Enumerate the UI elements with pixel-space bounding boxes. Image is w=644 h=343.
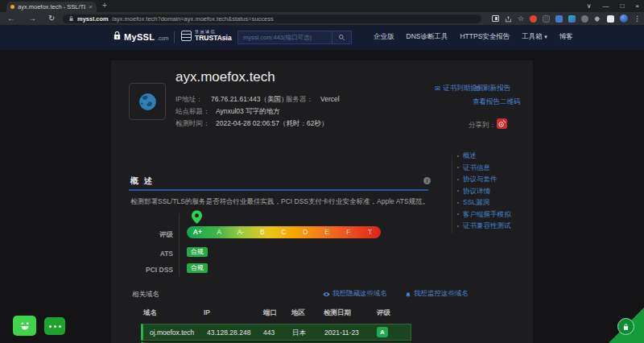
profile-icon[interactable]: [607, 15, 614, 23]
ats-status-badge: 合规: [187, 247, 208, 257]
info-icon[interactable]: i: [423, 177, 431, 184]
grade-f: F: [337, 226, 359, 238]
seal-lock-icon: [622, 323, 630, 331]
overview-section-title: 概 述: [130, 176, 154, 187]
toc-item-ssl-vulns[interactable]: SSL漏洞: [457, 199, 511, 206]
toc-item-cert-compat[interactable]: 证书兼容性测试: [457, 222, 511, 229]
search-button[interactable]: [332, 31, 351, 43]
extension-red-icon[interactable]: [530, 15, 537, 23]
ats-label: ATS: [135, 250, 173, 258]
new-tab-button[interactable]: +: [102, 1, 107, 10]
globe-icon: [138, 92, 158, 112]
col-domain: 域名: [143, 308, 157, 318]
share-icon[interactable]: [505, 15, 512, 23]
toc-item-handshake-sim[interactable]: 客户端握手模拟: [457, 211, 511, 218]
window-controls: ∨ — □ ×: [587, 0, 639, 12]
nav-item-dns-tools[interactable]: DNS诊断工具: [407, 32, 448, 42]
section-underline: [129, 189, 428, 191]
chat-more-button[interactable]: [44, 317, 65, 335]
extensions-puzzle-icon[interactable]: [594, 15, 601, 23]
row-grade-badge: A: [377, 327, 388, 337]
browser-toolbar: ← → ↻ myssl.com /ayx.moefox.tech?domain=…: [0, 12, 644, 25]
nav-item-https-report[interactable]: HTTPS安全报告: [460, 32, 510, 42]
myssl-logo[interactable]: MySSL .com: [113, 31, 168, 42]
page-title: ayx.moefox.tech: [175, 69, 275, 85]
tab-close-icon[interactable]: ×: [89, 2, 93, 12]
scan-time-value: 2022-04-28 02:06:57（耗时：62秒）: [216, 119, 328, 129]
related-domains-title: 相关域名: [132, 290, 159, 300]
browser-menu-icon[interactable]: ⋮: [634, 12, 641, 25]
ip-label: IP地址：: [175, 95, 203, 105]
lock-icon: [68, 15, 74, 22]
toolbar-icons: ☆ ⋮: [492, 12, 641, 25]
extension-blue-icon[interactable]: [555, 15, 563, 23]
domain-search-box: [237, 31, 352, 44]
extension-grey-icon[interactable]: [581, 15, 588, 23]
pci-dss-label: PCI DSS: [135, 266, 173, 274]
hide-domains-link[interactable]: 我想隐藏这些域名: [323, 289, 387, 299]
nav-item-toolbox[interactable]: 工具箱 ▾: [522, 32, 547, 42]
rating-label: 评级: [135, 230, 173, 240]
myssl-lock-icon: [113, 31, 122, 40]
site-header: MySSL .com 亚洲诚信 TRUSTAsia 企业版 DNS诊断工具: [0, 25, 644, 50]
brand-name: MySSL: [124, 32, 155, 42]
toc-item-overview[interactable]: 概述: [457, 152, 511, 159]
tab-title: ayx.moefox.tech - SSL/TLS安全: [18, 3, 85, 11]
grade-b: B: [251, 226, 273, 238]
toc-item-protocols-suites[interactable]: 协议与套件: [457, 176, 511, 183]
refresh-icon: ↻: [475, 85, 481, 93]
address-bar[interactable]: myssl.com /ayx.moefox.tech?domain=ayx.mo…: [63, 14, 481, 23]
refresh-report-link[interactable]: ↻ 刷新报告: [475, 84, 510, 93]
nav-item-enterprise[interactable]: 企业版: [374, 32, 394, 42]
chevron-down-icon: ▾: [544, 34, 547, 39]
grade-marker-pin-icon: [192, 210, 202, 224]
pci-status-badge: 合规: [187, 263, 208, 273]
window-menu-icon[interactable]: ∨: [587, 0, 592, 12]
window-maximize-icon[interactable]: □: [620, 0, 624, 12]
page-body: MySSL .com 亚洲诚信 TRUSTAsia 企业版 DNS诊断工具: [0, 25, 644, 343]
page-toc: 概述 证书信息 协议与套件 协议详情 SSL漏洞 客户端握手模拟 证书兼容性测试: [457, 152, 511, 229]
eye-icon: [323, 291, 330, 298]
chat-smiley-button[interactable]: [13, 316, 36, 336]
overview-description: 检测部署SSL/TLS的服务是否符合行业最佳实践，PCI DSS支付卡行业安全标…: [130, 197, 435, 207]
row-date: 2021-11-23: [324, 329, 359, 337]
report-card: ayx.moefox.tech IP地址： 76.76.21.61:443（美国…: [111, 60, 533, 343]
window-close-icon[interactable]: ×: [635, 0, 639, 12]
grade-a-minus: A-: [230, 226, 252, 238]
reload-icon[interactable]: ↻: [48, 14, 55, 23]
rating-divider: [179, 213, 180, 276]
view-qrcode-link[interactable]: 查看报告二维码: [473, 97, 521, 107]
extension-teal-icon[interactable]: [568, 15, 576, 23]
trustasia-logo-icon: [181, 31, 192, 41]
url-path: /ayx.moefox.tech?domain=ayx.moefox.tech&…: [112, 15, 274, 23]
bell-icon: [405, 291, 411, 298]
server-label: 服务器：: [286, 95, 313, 105]
window-minimize-icon[interactable]: —: [602, 0, 609, 12]
search-icon: [338, 34, 345, 41]
grade-scale-bar: A+ A A- B C D E F T: [187, 226, 381, 238]
search-input[interactable]: [238, 31, 332, 43]
col-region: 地区: [291, 308, 305, 318]
browser-tab[interactable]: ayx.moefox.tech - SSL/TLS安全 ×: [6, 2, 97, 12]
myssl-site-seal[interactable]: [617, 318, 634, 335]
forward-icon[interactable]: →: [28, 14, 36, 23]
row-domain[interactable]: oj.moefox.tech: [150, 329, 194, 337]
nav-item-blog[interactable]: 博客: [559, 32, 573, 42]
envelope-icon: ✉: [435, 85, 440, 93]
monitor-domains-link[interactable]: 我想监控这些域名: [405, 289, 469, 299]
col-grade: 评级: [377, 308, 390, 318]
side-panel-icon[interactable]: [492, 15, 499, 22]
trustasia-logo[interactable]: 亚洲诚信 TRUSTAsia: [181, 30, 232, 42]
brand-suffix: .com: [157, 35, 168, 41]
toc-item-protocol-details[interactable]: 协议详情: [457, 188, 511, 195]
row-port: 443: [263, 329, 275, 337]
header-nav: 企业版 DNS诊断工具 HTTPS安全报告 工具箱 ▾ 博客: [374, 32, 573, 42]
extension-dark-icon[interactable]: [543, 15, 550, 23]
back-icon[interactable]: ←: [7, 14, 15, 23]
col-ip: IP: [204, 308, 210, 316]
bookmark-star-icon[interactable]: ☆: [518, 12, 524, 25]
avatar[interactable]: [620, 14, 628, 23]
tab-favicon: [10, 5, 14, 9]
toc-item-cert-info[interactable]: 证书信息: [457, 164, 511, 172]
weibo-share-icon[interactable]: [497, 118, 507, 129]
